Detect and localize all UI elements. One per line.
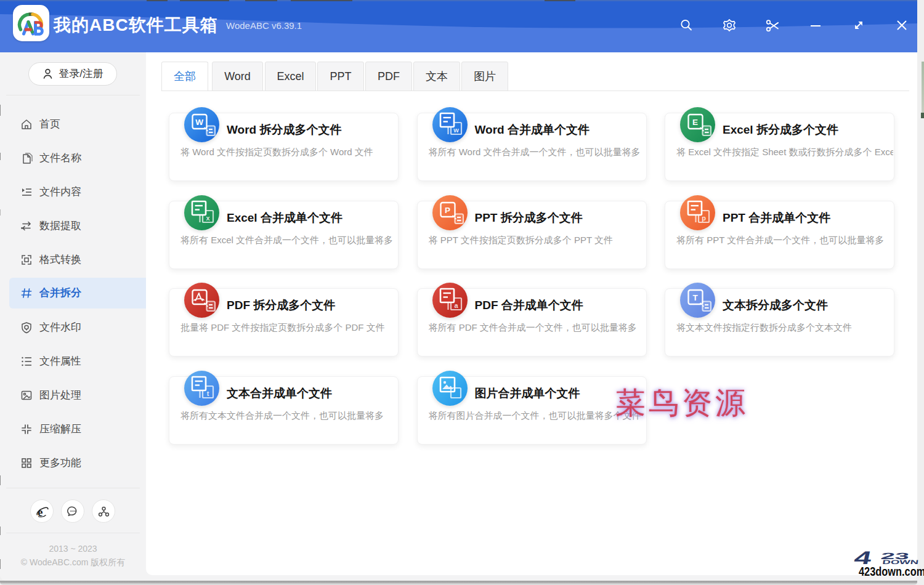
svg-text:T: T [692, 293, 698, 302]
svg-text:x: x [206, 214, 210, 221]
svg-text:p: p [702, 214, 706, 221]
svg-text:423down.com: 423down.com [859, 564, 924, 578]
svg-text:E: E [692, 118, 698, 127]
svg-text:W: W [195, 118, 203, 127]
svg-text:a: a [454, 302, 458, 309]
svg-text:P: P [444, 206, 450, 215]
svg-text:t: t [207, 389, 209, 397]
